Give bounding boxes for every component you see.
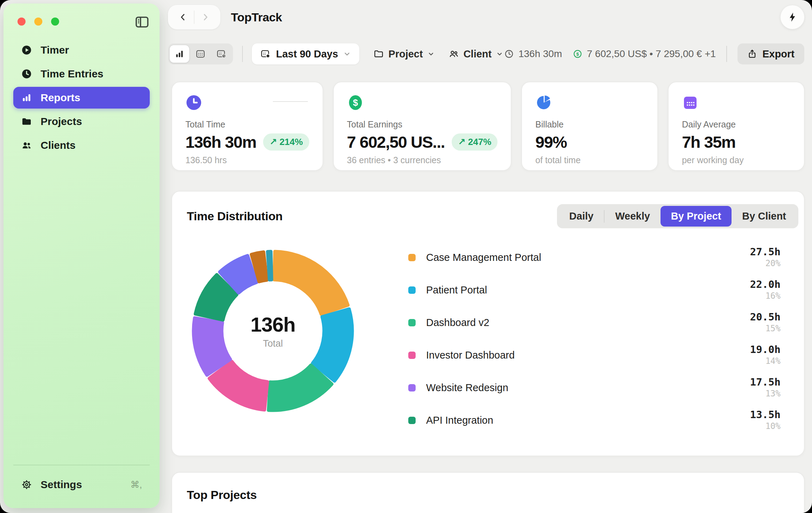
sidebar-divider	[13, 465, 150, 465]
legend: Case Management Portal27.5h20%Patient Po…	[408, 241, 781, 437]
svg-text:$: $	[353, 97, 358, 108]
stat-value: 7 602,50 US...	[347, 132, 445, 152]
earnings-summary: $ 7 602,50 US$ • 7 295,00 € +1	[573, 48, 716, 60]
sidebar: Timer Time Entries Reports Projects Clie…	[3, 4, 160, 508]
legend-percent: 13%	[750, 389, 781, 399]
sidebar-nav: Timer Time Entries Reports Projects Clie…	[13, 39, 150, 156]
export-label: Export	[762, 48, 795, 60]
app-window: Timer Time Entries Reports Projects Clie…	[0, 0, 812, 513]
stat-title: Total Time	[185, 119, 309, 130]
legend-hours: 27.5h	[750, 247, 781, 258]
stat-subtitle: per working day	[682, 155, 791, 165]
sidebar-item-settings[interactable]: Settings ⌘,	[13, 474, 150, 495]
quick-actions-button[interactable]	[781, 5, 804, 29]
legend-swatch-icon	[408, 254, 416, 261]
pie-chart-icon	[535, 94, 552, 111]
stat-subtitle: 36 entries • 3 currencies	[347, 155, 498, 165]
tab-by-project[interactable]: By Project	[661, 206, 732, 227]
legend-values: 20.5h15%	[750, 312, 781, 334]
forward-button[interactable]	[195, 5, 216, 29]
tab-by-client[interactable]: By Client	[732, 206, 797, 227]
trend-value: 214%	[280, 137, 303, 147]
legend-row[interactable]: Website Redesign17.5h13%	[408, 372, 781, 404]
view-mode-calendar-schedule[interactable]	[212, 45, 231, 63]
legend-values: 27.5h20%	[750, 247, 781, 269]
sidebar-toggle-icon[interactable]	[134, 15, 150, 29]
clock-icon	[504, 49, 514, 59]
stat-title: Billable	[535, 119, 644, 130]
time-distribution-card: Time Distribution DailyWeeklyBy ProjectB…	[171, 191, 805, 456]
bar-chart-icon	[174, 49, 185, 59]
export-button[interactable]: Export	[737, 43, 804, 64]
legend-label: Case Management Portal	[426, 252, 541, 263]
sidebar-item-reports[interactable]: Reports	[13, 87, 150, 109]
header: TopTrack	[168, 4, 804, 30]
donut-slice[interactable]	[268, 251, 272, 280]
sidebar-item-label: Clients	[41, 139, 76, 151]
close-window-button[interactable]	[17, 18, 26, 26]
legend-percent: 10%	[750, 421, 781, 431]
legend-swatch-icon	[408, 417, 416, 424]
chevron-down-icon	[343, 50, 351, 58]
legend-values: 17.5h13%	[750, 377, 781, 399]
sidebar-item-timer[interactable]: Timer	[13, 39, 150, 61]
legend-label: Investor Dashboard	[426, 349, 515, 361]
share-icon	[747, 49, 757, 59]
page-title: TopTrack	[231, 11, 282, 24]
back-button[interactable]	[172, 5, 194, 29]
legend-row[interactable]: Investor Dashboard19.0h14%	[408, 339, 781, 372]
sidebar-item-clients[interactable]: Clients	[13, 134, 150, 156]
legend-values: 22.0h16%	[750, 279, 781, 301]
stat-cards: Total Time 136h 30m ↗214% 136.50 hrs $ T…	[171, 82, 805, 171]
legend-row[interactable]: Patient Portal22.0h16%	[408, 274, 781, 306]
legend-hours: 20.5h	[750, 312, 781, 323]
view-mode-calendar[interactable]	[191, 45, 210, 63]
chevron-down-icon	[496, 50, 503, 57]
zoom-window-button[interactable]	[51, 18, 59, 26]
sidebar-item-projects[interactable]: Projects	[13, 111, 150, 132]
clock-icon	[21, 68, 32, 79]
folder-icon	[21, 116, 32, 127]
chevron-down-icon	[428, 50, 435, 57]
donut-slice[interactable]	[274, 251, 348, 314]
sidebar-item-time-entries[interactable]: Time Entries	[13, 63, 150, 85]
stat-card-daily-average: Daily Average 7h 35m per working day	[668, 82, 805, 171]
legend-hours: 19.0h	[750, 344, 781, 355]
legend-hours: 13.5h	[750, 409, 781, 421]
time-summary: 136h 30m	[504, 48, 562, 60]
tab-daily[interactable]: Daily	[559, 206, 604, 227]
nav-history	[168, 5, 220, 29]
gear-icon	[21, 479, 32, 490]
settings-label: Settings	[41, 479, 82, 491]
sidebar-item-label: Reports	[41, 92, 80, 104]
stat-title: Total Earnings	[347, 119, 498, 130]
legend-hours: 22.0h	[750, 279, 781, 290]
legend-label: API Integration	[426, 415, 493, 426]
minimize-window-button[interactable]	[34, 18, 42, 26]
calendar-icon	[195, 49, 206, 59]
legend-percent: 15%	[750, 324, 781, 334]
legend-swatch-icon	[408, 319, 416, 326]
legend-swatch-icon	[408, 286, 416, 294]
distribution-tabs: DailyWeeklyBy ProjectBy Client	[557, 204, 798, 228]
play-icon	[21, 44, 32, 56]
users-icon	[21, 140, 32, 151]
legend-label: Dashboard v2	[426, 317, 489, 328]
folder-icon	[373, 49, 384, 59]
legend-hours: 17.5h	[750, 377, 781, 388]
date-range-button[interactable]: Last 90 Days	[252, 43, 359, 64]
sidebar-item-label: Time Entries	[41, 68, 104, 80]
view-mode-chart[interactable]	[170, 45, 189, 63]
project-filter-button[interactable]: Project	[373, 48, 434, 60]
stat-subtitle: 136.50 hrs	[185, 155, 309, 165]
users-icon	[449, 49, 459, 59]
toolbar-divider	[242, 46, 243, 62]
toolbar-divider	[726, 46, 727, 62]
tab-weekly[interactable]: Weekly	[605, 206, 660, 227]
view-mode-segmented-control	[168, 43, 233, 64]
client-filter-button[interactable]: Client	[449, 48, 503, 60]
project-filter-label: Project	[388, 48, 423, 60]
legend-row[interactable]: Case Management Portal27.5h20%	[408, 241, 781, 274]
legend-row[interactable]: API Integration13.5h10%	[408, 404, 781, 437]
legend-row[interactable]: Dashboard v220.5h15%	[408, 306, 781, 339]
